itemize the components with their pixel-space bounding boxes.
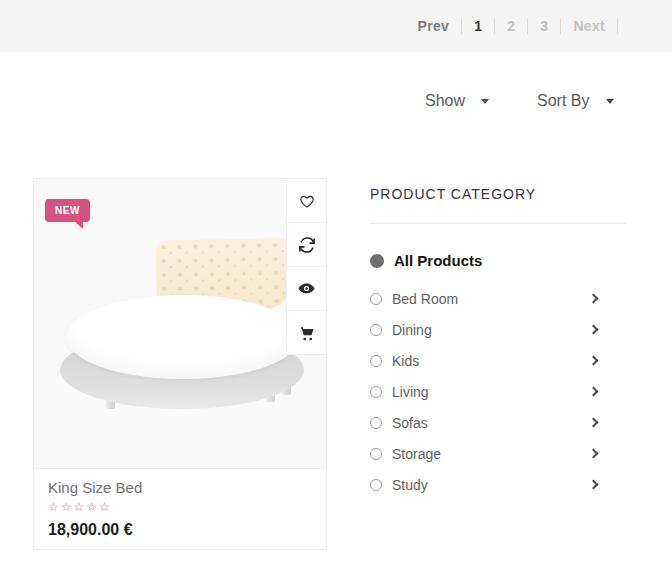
category-list: All Products Bed Room Dining Kids Living	[370, 245, 627, 500]
cart-icon	[298, 324, 316, 342]
pagination-separator	[461, 19, 462, 34]
chevron-right-icon[interactable]	[589, 418, 599, 428]
radio-icon	[370, 386, 382, 398]
pagination-separator	[617, 19, 618, 34]
product-price: 18,900.00 €	[48, 521, 312, 539]
chevron-right-icon[interactable]	[589, 449, 599, 459]
listing-toolbar: Show Sort By	[425, 92, 614, 110]
pagination: Prev 1 2 3 Next	[418, 18, 630, 34]
chevron-right-icon[interactable]	[589, 480, 599, 490]
category-label: Storage	[392, 446, 441, 462]
radio-icon	[370, 448, 382, 460]
wishlist-button[interactable]	[286, 179, 326, 223]
category-heading: PRODUCT CATEGORY	[370, 186, 627, 202]
divider	[370, 223, 627, 224]
chevron-right-icon[interactable]	[589, 294, 599, 304]
category-label: All Products	[394, 252, 482, 269]
chevron-down-icon	[481, 99, 489, 104]
category-label: Kids	[392, 353, 419, 369]
radio-icon	[370, 479, 382, 491]
pagination-prev[interactable]: Prev	[418, 18, 450, 34]
sort-by-dropdown[interactable]: Sort By	[537, 92, 613, 110]
top-pagination-bar: Prev 1 2 3 Next	[0, 0, 672, 52]
pagination-page-3[interactable]: 3	[540, 18, 548, 34]
chevron-right-icon[interactable]	[589, 325, 599, 335]
quick-view-button[interactable]	[286, 267, 326, 311]
category-sidebar: PRODUCT CATEGORY All Products Bed Room D…	[370, 186, 627, 500]
pagination-page-1[interactable]: 1	[474, 18, 482, 34]
pagination-separator	[560, 19, 561, 34]
show-dropdown-label: Show	[425, 92, 465, 110]
category-label: Living	[392, 384, 429, 400]
radio-icon	[370, 417, 382, 429]
refresh-icon	[298, 236, 316, 254]
pagination-next[interactable]: Next	[573, 18, 605, 34]
category-item-storage[interactable]: Storage	[370, 438, 627, 469]
radio-icon	[370, 324, 382, 336]
pagination-page-2[interactable]: 2	[507, 18, 515, 34]
chevron-right-icon[interactable]	[589, 356, 599, 366]
radio-selected-icon	[370, 254, 384, 268]
product-action-strip	[286, 179, 326, 355]
product-rating-stars: ☆☆☆☆☆	[48, 500, 312, 514]
category-item-study[interactable]: Study	[370, 469, 627, 500]
pagination-separator	[494, 19, 495, 34]
category-label: Study	[392, 477, 428, 493]
radio-icon	[370, 355, 382, 367]
heart-icon	[298, 192, 316, 210]
category-item-sofas[interactable]: Sofas	[370, 407, 627, 438]
category-item-kids[interactable]: Kids	[370, 345, 627, 376]
product-card[interactable]: NEW	[33, 178, 327, 550]
radio-icon	[370, 293, 382, 305]
shop-page: Prev 1 2 3 Next Show Sort By NEW	[0, 0, 672, 569]
product-info: King Size Bed ☆☆☆☆☆ 18,900.00 €	[34, 468, 326, 539]
category-item-living[interactable]: Living	[370, 376, 627, 407]
category-label: Dining	[392, 322, 432, 338]
sort-by-dropdown-label: Sort By	[537, 92, 589, 110]
product-title[interactable]: King Size Bed	[48, 479, 312, 496]
category-item-bed-room[interactable]: Bed Room	[370, 283, 627, 314]
category-item-all-products[interactable]: All Products	[370, 245, 627, 276]
category-label: Bed Room	[392, 291, 458, 307]
category-label: Sofas	[392, 415, 428, 431]
pagination-separator	[527, 19, 528, 34]
add-to-cart-button[interactable]	[286, 311, 326, 355]
product-image-area[interactable]: NEW	[34, 179, 326, 468]
eye-icon	[297, 279, 316, 298]
new-badge: NEW	[45, 199, 90, 222]
compare-button[interactable]	[286, 223, 326, 267]
bed-mattress	[66, 295, 300, 379]
chevron-down-icon	[606, 99, 614, 104]
category-item-dining[interactable]: Dining	[370, 314, 627, 345]
show-dropdown[interactable]: Show	[425, 92, 489, 110]
chevron-right-icon[interactable]	[589, 387, 599, 397]
